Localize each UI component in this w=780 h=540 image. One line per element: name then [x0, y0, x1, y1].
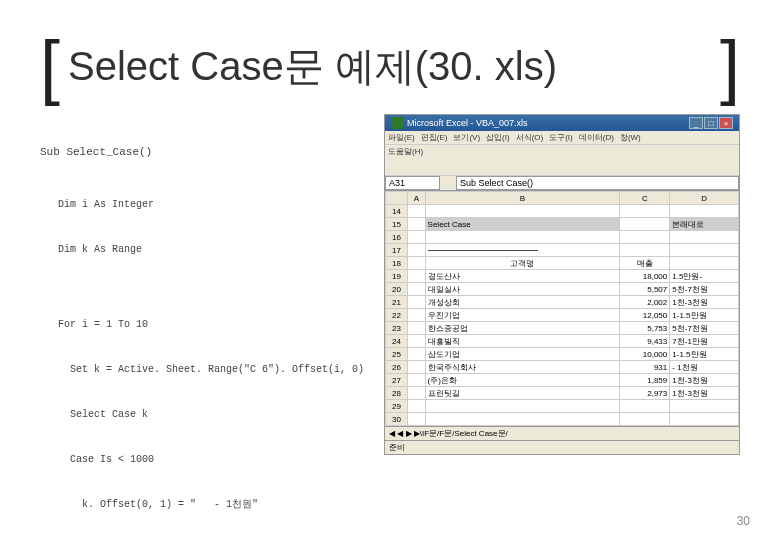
row-header[interactable]: 24: [386, 335, 408, 348]
row-header[interactable]: 20: [386, 283, 408, 296]
table-header: 매출: [620, 257, 670, 270]
menu-item[interactable]: 창(W): [620, 132, 641, 143]
row-header[interactable]: 29: [386, 400, 408, 413]
excel-window: Microsoft Excel - VBA_007.xls _ □ × 파일(E…: [384, 114, 740, 455]
cell[interactable]: 2,973: [620, 387, 670, 400]
cell[interactable]: 5천-7천원: [670, 322, 739, 335]
cell[interactable]: 12,050: [620, 309, 670, 322]
row-header[interactable]: 15: [386, 218, 408, 231]
row-header[interactable]: 30: [386, 413, 408, 426]
excel-title-text: Microsoft Excel - VBA_007.xls: [407, 118, 528, 128]
col-header[interactable]: D: [670, 192, 739, 205]
row-header[interactable]: 25: [386, 348, 408, 361]
cell[interactable]: 1-1.5만원: [670, 348, 739, 361]
close-icon[interactable]: ×: [719, 117, 733, 129]
row-header[interactable]: 22: [386, 309, 408, 322]
minimize-icon[interactable]: _: [689, 117, 703, 129]
cell[interactable]: 7천-1만원: [670, 335, 739, 348]
select-case-button[interactable]: Select Case: [425, 218, 620, 231]
cell[interactable]: 대흥빌직: [425, 335, 620, 348]
menu-item[interactable]: 서식(O): [516, 132, 544, 143]
menu-item[interactable]: 삽입(I): [486, 132, 510, 143]
cell[interactable]: 5,507: [620, 283, 670, 296]
cell[interactable]: 한국주식회사: [425, 361, 620, 374]
cell[interactable]: 5천-7천원: [670, 283, 739, 296]
excel-toolbar: [385, 158, 739, 176]
excel-menubar-2: 도움말(H): [385, 145, 739, 158]
row-header[interactable]: 27: [386, 374, 408, 387]
sheet-tabs[interactable]: ◀ ◀ ▶ ▶\IF문/F문/Select Case문/: [385, 426, 739, 440]
cell[interactable]: 1천-3천원: [670, 374, 739, 387]
row-header[interactable]: 23: [386, 322, 408, 335]
row-header[interactable]: 28: [386, 387, 408, 400]
slide-title: Select Case문 예제(30. xls): [68, 39, 712, 94]
cell[interactable]: 1-1.5만원: [670, 309, 739, 322]
formula-bar[interactable]: Sub Select Case(): [456, 176, 739, 190]
cell[interactable]: 2,002: [620, 296, 670, 309]
row-header[interactable]: 26: [386, 361, 408, 374]
cell[interactable]: 1천-3천원: [670, 387, 739, 400]
menu-item[interactable]: 보기(V): [453, 132, 480, 143]
cell[interactable]: 1천-3천원: [670, 296, 739, 309]
cell[interactable]: 10,000: [620, 348, 670, 361]
cell[interactable]: 한스중공업: [425, 322, 620, 335]
table-header: 고객명: [425, 257, 620, 270]
bracket-left: [: [40, 30, 60, 102]
row-header[interactable]: 17: [386, 244, 408, 257]
menu-item[interactable]: 데이터(D): [579, 132, 614, 143]
col-header[interactable]: A: [408, 192, 426, 205]
reset-button[interactable]: 본래대로: [670, 218, 739, 231]
cell[interactable]: (주)은화: [425, 374, 620, 387]
cell[interactable]: 프린팃길: [425, 387, 620, 400]
col-header[interactable]: B: [425, 192, 620, 205]
row-header[interactable]: 16: [386, 231, 408, 244]
name-box[interactable]: A31: [385, 176, 440, 190]
cell[interactable]: 경도산사: [425, 270, 620, 283]
row-header[interactable]: 14: [386, 205, 408, 218]
cell[interactable]: 18,000: [620, 270, 670, 283]
cell[interactable]: 5,753: [620, 322, 670, 335]
menu-item[interactable]: 도구(I): [549, 132, 573, 143]
cell[interactable]: - 1천원: [670, 361, 739, 374]
excel-sheet[interactable]: A B C D 14 15Select Case본래대로 16 17 18고객명…: [385, 191, 739, 426]
cell[interactable]: 삼도기업: [425, 348, 620, 361]
excel-titlebar: Microsoft Excel - VBA_007.xls _ □ ×: [385, 115, 739, 131]
bracket-right: ]: [720, 30, 740, 102]
cell[interactable]: 9,433: [620, 335, 670, 348]
corner-cell[interactable]: [386, 192, 408, 205]
menu-item[interactable]: 도움말(H): [388, 146, 423, 157]
excel-menubar: 파일(E) 편집(E) 보기(V) 삽입(I) 서식(O) 도구(I) 데이터(…: [385, 131, 739, 145]
row-header[interactable]: 19: [386, 270, 408, 283]
code-listing: Sub Select_Case() Dim i As Integer Dim k…: [40, 114, 364, 540]
menu-item[interactable]: 편집(E): [421, 132, 448, 143]
cell[interactable]: 개성상회: [425, 296, 620, 309]
excel-app-icon: [391, 117, 403, 129]
cell[interactable]: 931: [620, 361, 670, 374]
maximize-icon[interactable]: □: [704, 117, 718, 129]
cell[interactable]: 대일실사: [425, 283, 620, 296]
cell[interactable]: 1,859: [620, 374, 670, 387]
row-header[interactable]: 18: [386, 257, 408, 270]
spreadsheet-grid[interactable]: A B C D 14 15Select Case본래대로 16 17 18고객명…: [385, 191, 739, 426]
cell[interactable]: 우진기업: [425, 309, 620, 322]
row-header[interactable]: 21: [386, 296, 408, 309]
cell[interactable]: 1.5만원-: [670, 270, 739, 283]
page-number: 30: [737, 514, 750, 528]
status-bar: 준비: [385, 440, 739, 454]
menu-item[interactable]: 파일(E): [388, 132, 415, 143]
col-header[interactable]: C: [620, 192, 670, 205]
